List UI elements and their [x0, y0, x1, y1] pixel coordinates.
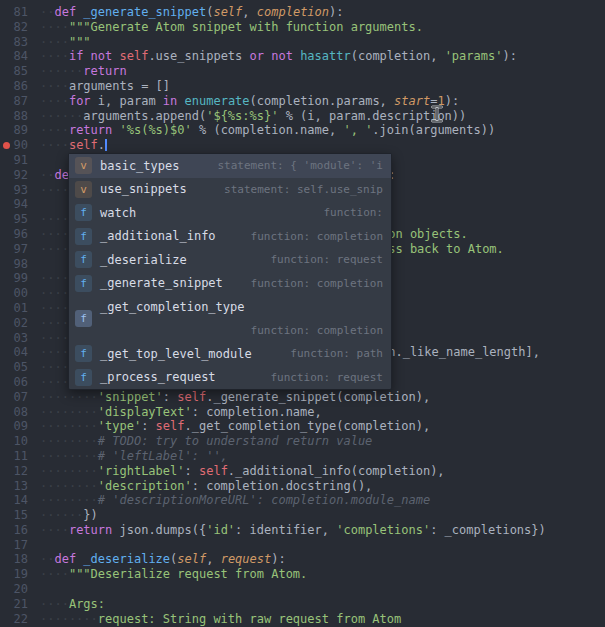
autocomplete-item-use_snippets[interactable]: vuse_snippetsstatement: self.use_snip — [69, 178, 391, 202]
line-number[interactable]: 92 — [0, 168, 28, 183]
code-token: ···· — [40, 138, 69, 152]
code-line[interactable]: ······arguments.append('${%s:%s}' % (i, … — [28, 109, 605, 124]
line-number[interactable]: 19 — [0, 567, 28, 582]
code-token: self — [119, 49, 148, 63]
line-number[interactable]: 86 — [0, 79, 28, 94]
code-token: # 'descriptionMoreURL': completion.modul… — [98, 493, 430, 507]
line-number[interactable]: 22 — [0, 612, 28, 627]
code-token: ···· — [40, 286, 69, 300]
code-line[interactable]: ········'description': completion.docstr… — [28, 479, 605, 494]
code-token: ········ — [40, 419, 98, 433]
editor-row: 13········'description': completion.docs… — [0, 479, 605, 494]
code-token: ···· — [40, 35, 69, 49]
code-line[interactable]: ····for i, param in enumerate(completion… — [28, 94, 605, 109]
line-number[interactable]: 08 — [0, 405, 28, 420]
code-line[interactable] — [28, 582, 605, 597]
line-number[interactable]: 95 — [0, 212, 28, 227]
code-token: ···· — [40, 94, 69, 108]
code-line[interactable]: ········'snippet': self._generate_snippe… — [28, 390, 605, 405]
line-number[interactable]: 04 — [0, 345, 28, 360]
autocomplete-item-_generate_snippet[interactable]: f_generate_snippetfunction: completion — [69, 272, 391, 296]
line-number[interactable]: 10 — [0, 434, 28, 449]
code-line[interactable]: ····arguments = [] — [28, 79, 605, 94]
line-number[interactable]: 01 — [0, 301, 28, 316]
line-number[interactable]: 96 — [0, 227, 28, 242]
line-number[interactable]: 83 — [0, 35, 28, 50]
line-number[interactable]: 85 — [0, 64, 28, 79]
completion-right-label: function: — [323, 206, 383, 219]
code-token: ···· — [40, 49, 69, 63]
code-line[interactable]: ····Args: — [28, 597, 605, 612]
autocomplete-item-_additional_info[interactable]: f_additional_infofunction: completion — [69, 225, 391, 249]
autocomplete-item-_get_top_level_module[interactable]: f_get_top_level_modulefunction: path — [69, 342, 391, 366]
line-number[interactable]: 87 — [0, 94, 28, 109]
code-line[interactable] — [28, 538, 605, 553]
code-token: i, param — [98, 94, 163, 108]
line-number[interactable]: 11 — [0, 449, 28, 464]
line-number[interactable]: 12 — [0, 464, 28, 479]
line-number[interactable]: 06 — [0, 375, 28, 390]
code-line[interactable]: ····self. — [28, 138, 605, 153]
code-line[interactable]: ····"""Deserialize request from Atom. — [28, 567, 605, 582]
line-number[interactable]: 02 — [0, 316, 28, 331]
line-number[interactable]: 14 — [0, 493, 28, 508]
code-line[interactable]: ····return json.dumps({'id': identifier,… — [28, 523, 605, 538]
line-number[interactable]: 97 — [0, 242, 28, 257]
line-number[interactable]: 89 — [0, 123, 28, 138]
line-number[interactable]: 91 — [0, 153, 28, 168]
line-number[interactable]: 15 — [0, 508, 28, 523]
code-line[interactable]: ········# 'descriptionMoreURL': completi… — [28, 493, 605, 508]
code-token: ········ — [40, 464, 98, 478]
line-number[interactable]: 21 — [0, 597, 28, 612]
line-number[interactable]: 13 — [0, 479, 28, 494]
editor-row: 11········# 'leftLabel': '', — [0, 449, 605, 464]
line-number[interactable]: 17 — [0, 538, 28, 553]
line-number[interactable]: 03 — [0, 331, 28, 346]
code-token: self — [177, 390, 206, 404]
line-number[interactable]: 18 — [0, 552, 28, 567]
code-line[interactable]: ····return '%s(%s)$0' % (completion.name… — [28, 123, 605, 138]
autocomplete-item-_get_completion_type[interactable]: f_get_completion_typefunction: completio… — [69, 295, 391, 342]
code-line[interactable]: ········# TODO: try to understand return… — [28, 434, 605, 449]
code-token: def — [54, 5, 83, 19]
editor-row: 09········'type': self._get_completion_t… — [0, 419, 605, 434]
line-number[interactable]: 90 — [0, 138, 28, 153]
code-line[interactable]: ····""" — [28, 35, 605, 50]
code-line[interactable]: ··def _generate_snippet(self, completion… — [28, 5, 605, 20]
autocomplete-item-_deserialize[interactable]: f_deserializefunction: request — [69, 248, 391, 272]
line-number[interactable]: 93 — [0, 183, 28, 198]
line-number[interactable]: 81 — [0, 5, 28, 20]
line-number[interactable]: 88 — [0, 109, 28, 124]
line-number[interactable]: 20 — [0, 582, 28, 597]
code-token: : identifier, — [235, 523, 336, 537]
line-number[interactable]: 16 — [0, 523, 28, 538]
code-line[interactable]: ····"""Generate Atom snippet with functi… — [28, 20, 605, 35]
code-line[interactable]: ········request: String with raw request… — [28, 612, 605, 627]
code-line[interactable]: ········'displayText': completion.name, — [28, 405, 605, 420]
line-number[interactable]: 05 — [0, 360, 28, 375]
completion-name: _get_top_level_module — [100, 347, 252, 361]
code-line[interactable]: ········'rightLabel': self._additional_i… — [28, 464, 605, 479]
code-token: """Deserialize request from Atom. — [69, 567, 307, 581]
code-line[interactable]: ········'type': self._get_completion_typ… — [28, 419, 605, 434]
line-number[interactable]: 09 — [0, 419, 28, 434]
code-line[interactable]: ······return — [28, 64, 605, 79]
autocomplete-item-_process_request[interactable]: f_process_requestfunction: request — [69, 366, 391, 390]
code-line[interactable]: ······}) — [28, 508, 605, 523]
line-number[interactable]: 00 — [0, 286, 28, 301]
line-number[interactable]: 07 — [0, 390, 28, 405]
line-number[interactable]: 82 — [0, 20, 28, 35]
line-number[interactable]: 94 — [0, 197, 28, 212]
line-number[interactable]: 99 — [0, 271, 28, 286]
code-line[interactable]: ········# 'leftLabel': '', — [28, 449, 605, 464]
code-line[interactable]: ··def _deserialize(self, request): — [28, 552, 605, 567]
text-ibeam-cursor — [430, 105, 444, 126]
editor-row: 85······return — [0, 64, 605, 79]
code-token: # 'leftLabel': '', — [98, 449, 228, 463]
line-number[interactable]: 98 — [0, 257, 28, 272]
code-line[interactable]: ····if not self.use_snippets or not hasa… — [28, 49, 605, 64]
autocomplete-item-watch[interactable]: fwatchfunction: — [69, 201, 391, 225]
autocomplete-item-basic_types[interactable]: vbasic_typesstatement: { 'module': 'i — [69, 154, 391, 178]
code-token: ···· — [40, 331, 69, 345]
line-number[interactable]: 84 — [0, 49, 28, 64]
